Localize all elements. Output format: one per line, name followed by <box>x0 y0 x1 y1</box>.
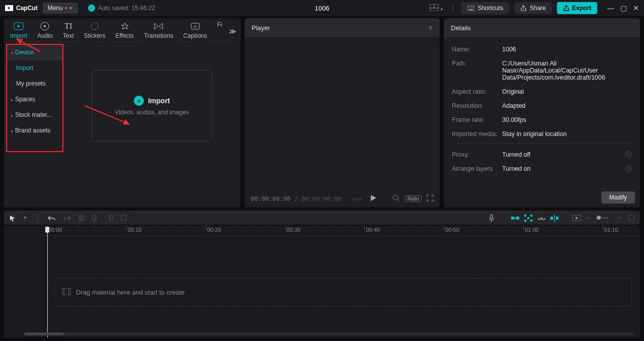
selection-tool[interactable] <box>9 214 16 222</box>
preview-render[interactable] <box>573 214 581 222</box>
shortcuts-button[interactable]: Shortcuts <box>461 2 509 14</box>
auto-saved-label: Auto saved: <box>98 5 130 12</box>
share-button[interactable]: Share <box>514 2 552 14</box>
tree-brand-assets[interactable]: Brand assets <box>7 123 62 139</box>
tab-transitions-label: Transitions <box>144 32 173 39</box>
tab-effects-label: Effects <box>115 32 133 39</box>
tab-import-label: Import <box>10 32 27 39</box>
zoom-fit[interactable] <box>628 214 635 222</box>
svg-rect-36 <box>527 217 529 219</box>
app-logo: CapCut <box>5 5 38 12</box>
tab-effects[interactable]: Effects <box>112 19 136 41</box>
svg-rect-33 <box>514 218 516 219</box>
close-button[interactable]: ✕ <box>633 4 639 12</box>
tab-transitions[interactable]: Transitions <box>141 19 176 41</box>
svg-rect-38 <box>530 220 532 222</box>
svg-line-22 <box>397 199 399 201</box>
tree-import[interactable]: Import <box>7 60 62 76</box>
layout-button[interactable]: ▾ <box>428 2 445 15</box>
link-button[interactable] <box>537 214 545 222</box>
label-framerate: Frame rate: <box>452 116 502 123</box>
svg-rect-29 <box>121 216 126 221</box>
auto-saved-time: 15:46:22 <box>131 5 155 12</box>
help-icon[interactable]: ? <box>625 151 632 158</box>
label-imported: Imported media: <box>452 130 502 138</box>
crop-button[interactable] <box>120 214 127 222</box>
mic-button[interactable] <box>488 213 495 222</box>
redo-button[interactable] <box>63 214 71 222</box>
timeline-ruler[interactable]: 00:0000:1000:2000:3000:4000:5001:0001:10 <box>44 226 640 236</box>
svg-rect-28 <box>110 216 113 221</box>
menu-label: Menu <box>48 5 63 12</box>
chevron-down-icon: ▼ <box>69 6 73 11</box>
modify-button[interactable]: Modify <box>601 191 635 203</box>
export-button[interactable]: Export <box>557 2 597 14</box>
label-path: Path: <box>452 60 502 81</box>
selection-dropdown[interactable]: ▼ <box>23 216 27 220</box>
plus-circle-icon: + <box>134 96 144 106</box>
player-viewport <box>245 37 440 208</box>
tab-captions[interactable]: cc Captions <box>180 19 210 41</box>
tab-filters[interactable]: Fi <box>214 19 225 30</box>
label-resolution: Resolution: <box>452 102 502 109</box>
preview-zoom-icon[interactable] <box>392 194 400 203</box>
player-menu-icon[interactable]: ≡ <box>429 24 433 31</box>
svg-point-44 <box>628 215 634 221</box>
tab-filters-label: Fi <box>217 21 222 28</box>
tab-stickers[interactable]: Stickers <box>81 19 109 41</box>
svg-point-11 <box>44 25 46 27</box>
delete-right-button[interactable] <box>106 214 113 222</box>
play-button[interactable] <box>370 194 377 203</box>
aspect-ratio-button[interactable]: Ratio <box>405 195 422 202</box>
tab-import[interactable]: Import <box>7 19 30 41</box>
details-title: Details <box>451 24 471 32</box>
zoom-in[interactable]: ＋ <box>616 213 623 222</box>
zoom-slider[interactable] <box>597 217 609 219</box>
undo-button[interactable] <box>48 214 56 222</box>
share-label: Share <box>530 5 546 12</box>
zoom-out[interactable]: − <box>586 214 590 222</box>
help-icon[interactable]: ? <box>625 165 632 172</box>
magnet-all-tracks[interactable] <box>524 214 532 222</box>
share-icon <box>520 5 527 12</box>
tree-spaces[interactable]: Spaces <box>7 92 62 107</box>
audio-tab-icon <box>40 21 50 31</box>
minimize-button[interactable]: — <box>607 4 614 12</box>
svg-rect-32 <box>516 217 519 220</box>
capcut-icon <box>5 5 13 11</box>
player-extra-icons: ▭ ▭ <box>352 196 362 201</box>
player-panel: Player ≡ 00:00:00:00 / 00:00:00:00 ▭ ▭ R… <box>245 18 440 208</box>
transitions-tab-icon <box>153 21 164 31</box>
tree-device[interactable]: Device <box>7 45 62 60</box>
tab-text[interactable]: TI Text <box>60 19 77 41</box>
svg-marker-9 <box>18 25 20 28</box>
svg-marker-15 <box>159 23 163 29</box>
player-header: Player ≡ <box>245 18 440 37</box>
svg-marker-43 <box>576 217 578 220</box>
tab-audio[interactable]: Audio <box>34 19 56 41</box>
tree-my-presets[interactable]: My presets <box>7 76 62 92</box>
maximize-button[interactable]: ▢ <box>620 4 627 12</box>
tabs-scroll-right[interactable]: ≫ <box>229 27 236 35</box>
tree-stock-materials[interactable]: Stock mater... <box>7 107 62 123</box>
magnet-main-track[interactable] <box>511 214 519 222</box>
timeline-dropzone[interactable]: Drag material here and start to create <box>54 278 632 306</box>
playhead[interactable] <box>47 227 48 337</box>
player-time-current: 00:00:00:00 <box>251 195 290 202</box>
menu-button[interactable]: Menu ▼ <box>43 3 78 14</box>
preview-axis[interactable] <box>550 214 558 222</box>
window-controls: — ▢ ✕ <box>607 4 639 12</box>
timeline-scrollbar[interactable] <box>24 332 634 335</box>
value-arrange: Turned on <box>502 165 625 172</box>
import-dropzone[interactable]: + Import Videos, audios, and images <box>92 70 212 142</box>
player-controls: 00:00:00:00 / 00:00:00:00 ▭ ▭ Ratio <box>245 194 440 203</box>
svg-marker-13 <box>121 23 128 29</box>
label-aspect: Aspect ratio: <box>452 88 502 95</box>
keyboard-icon <box>467 6 474 11</box>
value-name: 1006 <box>502 46 632 53</box>
details-panel: Details Name:1006 Path:C:/Users/Usman Al… <box>444 18 640 208</box>
fullscreen-icon[interactable] <box>427 194 434 203</box>
delete-left-button[interactable] <box>92 214 99 222</box>
split-button[interactable] <box>78 214 85 222</box>
value-proxy: Turned off <box>502 151 625 158</box>
